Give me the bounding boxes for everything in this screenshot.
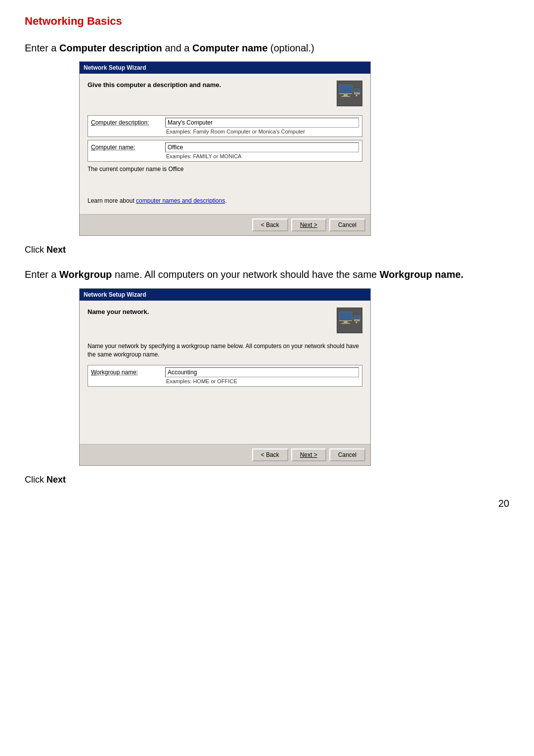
workgroup-mid: name. All computers on your network shou… [112,269,379,280]
wizard1-cancel-button[interactable]: Cancel [329,219,365,231]
learn-more: Learn more about computer names and desc… [88,197,362,204]
wizard2-icon [337,308,362,333]
wizard2-box: Network Setup Wizard Name your network. [79,288,371,466]
instruction-pre: Enter a [25,43,59,53]
wizard2-spacer [88,390,362,439]
svg-rect-15 [354,316,360,319]
svg-rect-3 [341,96,350,97]
svg-rect-1 [339,85,352,93]
wizard2-header-row: Name your network. [88,308,362,333]
learn-more-text: Learn more about [88,197,136,204]
workgroup-name-input[interactable] [165,367,359,377]
wizard1-back-button[interactable]: < Back [252,219,288,231]
svg-rect-6 [354,93,360,94]
instruction-mid: and a [162,43,192,53]
section2-instruction: Enter a Workgroup name. All computers on… [25,268,509,281]
workgroup-name-label: Workgroup name: [91,367,165,376]
wizard2-next-button[interactable]: Next > [291,448,326,461]
wizard2-footer: < Back Next > Cancel [80,444,370,465]
learn-more-end: . [225,197,226,204]
current-name-text: The current computer name is Office [88,166,362,173]
click-next2-bold: Next [46,475,66,485]
wizard1-box: Network Setup Wizard Give this computer … [79,61,371,236]
computer-name-label: Computer name: [91,142,165,151]
click-next2-text: Click [25,475,46,485]
wizard2-cancel-button[interactable]: Cancel [329,448,365,461]
computer-description-row: Computer description: Examples: Family R… [88,115,362,137]
page-number: 20 [25,498,509,509]
workgroup-bold2: Workgroup name. [380,269,464,280]
computer-description-label: Computer description: [91,118,165,126]
svg-point-18 [356,321,357,323]
instruction-bold1: Computer description [59,43,162,53]
wizard1-header-row: Give this computer a description and nam… [88,81,362,106]
instruction-bold2: Computer name [192,43,267,53]
wizard2-back-button[interactable]: < Back [252,448,288,461]
wizard2-detail: Name your network by specifying a workgr… [88,342,362,359]
page-title: Networking Basics [25,15,509,28]
wizard1-next-button[interactable]: Next > [291,219,326,231]
workgroup-name-field-col: Examples: HOME or OFFICE [165,367,359,384]
computer-description-input[interactable] [165,118,359,128]
workgroup-name-row: Workgroup name: Examples: HOME or OFFICE [88,365,362,387]
learn-more-link[interactable]: computer names and descriptions [136,197,225,204]
computer-name-row: Computer name: Examples: FAMILY or MONIC… [88,140,362,162]
wizard-spacer1 [88,178,362,192]
click-next2: Click Next [25,475,509,485]
workgroup-example: Examples: HOME or OFFICE [165,378,359,384]
click-next1-bold: Next [46,245,66,255]
svg-rect-13 [341,323,350,324]
wizard1-body: Give this computer a description and nam… [80,74,370,214]
computer-name-input[interactable] [165,142,359,152]
wizard1-icon [337,81,362,106]
computer-name-example: Examples: FAMILY or MONICA [165,153,359,159]
click-next1-text: Click [25,245,46,255]
computer-description-example: Examples: Family Room Computer or Monica… [165,129,359,134]
computer-description-field-col: Examples: Family Room Computer or Monica… [165,118,359,134]
click-next1: Click Next [25,245,509,255]
wizard2-body: Name your network. Name your network by … [80,301,370,444]
wizard2-header-text: Name your network. [88,308,149,316]
workgroup-bold1: Workgroup [59,269,112,280]
svg-point-8 [356,94,357,96]
svg-rect-5 [354,89,360,92]
workgroup-pre: Enter a [25,269,59,280]
instruction-end: (optional.) [267,43,314,53]
svg-rect-16 [354,320,360,321]
wizard1-titlebar: Network Setup Wizard [80,62,370,74]
section1-instruction: Enter a Computer description and a Compu… [25,42,509,54]
svg-rect-11 [339,312,352,320]
wizard2-titlebar: Network Setup Wizard [80,289,370,301]
computer-name-field-col: Examples: FAMILY or MONICA [165,142,359,159]
wizard1-header-text: Give this computer a description and nam… [88,81,221,89]
wizard1-footer: < Back Next > Cancel [80,214,370,235]
